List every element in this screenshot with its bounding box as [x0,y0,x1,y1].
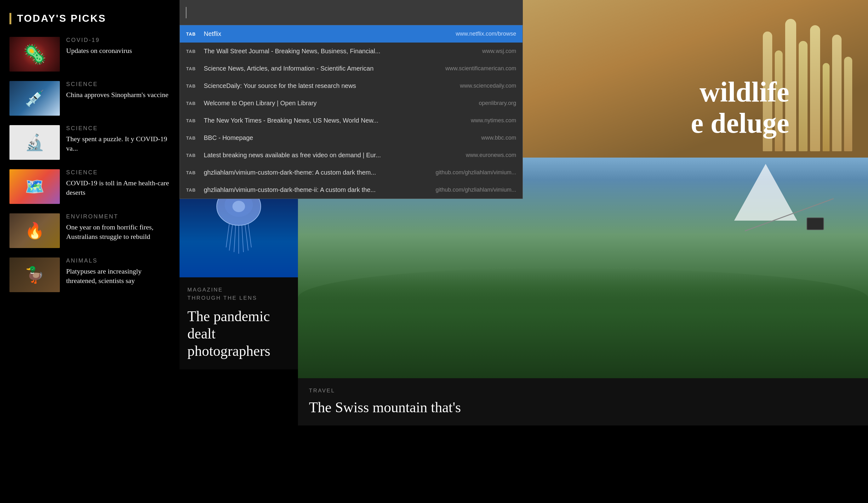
dropdown-title: Science News, Articles, and Information … [204,65,422,72]
news-thumbnail-molecule [9,125,60,160]
travel-category: TRAVEL [309,388,857,394]
news-thumbnail-map [9,169,60,204]
news-thumbnail-platypus [9,258,60,292]
tab-badge: TAB [186,135,197,141]
news-category: SCIENCE [66,169,170,176]
dropdown-url: www.scientificamerican.com [428,65,516,72]
dropdown-item-sciencedaily[interactable]: TAB ScienceDaily: Your source for the la… [180,77,523,94]
dropdown-url: www.wsj.com [428,48,516,54]
news-category: SCIENCE [66,125,170,132]
dropdown-url: www.bbc.com [428,134,516,141]
news-thumbnail-covid [9,37,60,72]
travel-text-section: TRAVEL The Swiss mountain that's [298,378,868,425]
dropdown-title: ScienceDaily: Your source for the latest… [204,82,422,90]
list-item[interactable]: SCIENCE They spent a puzzle. It y COVID-… [9,125,170,160]
dropdown-title: The Wall Street Journal - Breaking News,… [204,48,422,55]
list-item[interactable]: ENVIRONMENT One year on from horrific fi… [9,213,170,248]
dropdown-item-euronews[interactable]: TAB Latest breaking news available as fr… [180,147,523,164]
list-item[interactable]: SCIENCE COVID-19 is toll in Ame health-c… [9,169,170,204]
news-category: SCIENCE [66,81,170,88]
dropdown-item-vimium1[interactable]: TAB ghzliahlam/vimium-custom-dark-theme:… [180,164,523,181]
section-header: TODAY'S PICKS [9,13,170,24]
wildlife-headline-line2: e deluge [691,108,789,139]
magazine-category: MAGAZINE [187,287,290,293]
omnibox-cursor [186,7,186,18]
news-content: COVID-19 Updates on coronavirus [66,37,170,56]
list-item[interactable]: ANIMALS Platypuses are increasingly thre… [9,258,170,292]
news-category: COVID-19 [66,37,170,43]
dropdown-item-netflix[interactable]: TAB Netflix www.netflix.com/browse [180,25,523,42]
wildlife-text-overlay: wildlife e deluge [691,76,789,139]
news-headline: COVID-19 is toll in Ame health-care dese… [66,178,170,197]
svg-point-8 [232,201,245,212]
dropdown-title: ghzliahlam/vimium-custom-dark-theme-ii: … [204,186,422,193]
dropdown-url: www.netflix.com/browse [428,31,516,37]
dropdown-url: openlibrary.org [428,100,516,107]
tab-badge: TAB [186,101,197,106]
dropdown-item-bbc[interactable]: TAB BBC - Homepage www.bbc.com [180,129,523,147]
magazine-section: MAGAZINE THROUGH THE LENS The pandemic d… [179,277,298,369]
news-content: SCIENCE They spent a puzzle. It y COVID-… [66,125,170,153]
omnibox-bar[interactable] [179,0,523,25]
swiss-headline: The Swiss mountain that's [309,399,857,416]
dropdown-url: www.euronews.com [428,152,516,159]
dropdown-title: BBC - Homepage [204,134,422,141]
news-headline: Updates on coronavirus [66,46,170,56]
omnibox-overlay: TAB Netflix www.netflix.com/browse TAB T… [179,0,523,189]
news-headline: China approves Sinopharm's vaccine [66,90,170,100]
section-title: TODAY'S PICKS [17,13,106,24]
news-thumbnail-vaccine [9,81,60,115]
news-category: ANIMALS [66,258,170,264]
news-content: ANIMALS Platypuses are increasingly thre… [66,258,170,285]
list-item[interactable]: SCIENCE China approves Sinopharm's vacci… [9,81,170,115]
left-panel: TODAY'S PICKS COVID-19 Updates on corona… [0,0,179,503]
magazine-headline: The pandemic dealt photographers [187,308,290,360]
tab-badge: TAB [186,153,197,158]
tab-badge: TAB [186,31,197,37]
dropdown-url: www.nytimes.com [428,117,516,124]
dropdown-item-nytimes[interactable]: TAB The New York Times - Breaking News, … [180,112,523,129]
dropdown-url: www.sciencedaily.com [428,83,516,89]
news-content: SCIENCE China approves Sinopharm's vacci… [66,81,170,100]
tab-badge: TAB [186,188,197,193]
tab-badge: TAB [186,170,197,175]
dropdown-title: Latest breaking news available as free v… [204,152,422,159]
news-headline: Platypuses are increasingly threatened, … [66,266,170,285]
dropdown-item-vimium2[interactable]: TAB ghzliahlam/vimium-custom-dark-theme-… [180,181,523,199]
news-headline: One year on from horrific fires, Austral… [66,222,170,241]
news-thumbnail-fire [9,213,60,248]
dropdown-title: ghzliahlam/vimium-custom-dark-theme: A c… [204,169,422,176]
dropdown-item-wsj[interactable]: TAB The Wall Street Journal - Breaking N… [180,42,523,60]
tab-badge: TAB [186,66,197,71]
dropdown-title: Welcome to Open Library | Open Library [204,100,422,107]
dropdown-url: github.com/ghzliahlam/vimium... [428,169,516,176]
dropdown-item-scientificamerican[interactable]: TAB Science News, Articles, and Informat… [180,60,523,77]
tab-badge: TAB [186,118,197,123]
news-category: ENVIRONMENT [66,213,170,220]
wildlife-headline-line1: wildlife [691,76,789,108]
magazine-subcategory: THROUGH THE LENS [187,295,290,301]
list-item[interactable]: COVID-19 Updates on coronavirus [9,37,170,72]
dropdown-item-openlibrary[interactable]: TAB Welcome to Open Library | Open Libra… [180,94,523,112]
tab-dropdown: TAB Netflix www.netflix.com/browse TAB T… [179,25,523,199]
dropdown-title: Netflix [204,30,422,38]
dropdown-title: The New York Times - Breaking News, US N… [204,117,422,124]
dropdown-url: github.com/ghzliahlam/vimium... [428,187,516,193]
tab-badge: TAB [186,83,197,89]
news-headline: They spent a puzzle. It y COVID-19 va... [66,134,170,153]
travel-section: TRAVEL The Swiss mountain that's [298,158,868,503]
tab-badge: TAB [186,49,197,54]
news-content: ENVIRONMENT One year on from horrific fi… [66,213,170,241]
section-accent [9,13,11,24]
news-content: SCIENCE COVID-19 is toll in Ame health-c… [66,169,170,197]
